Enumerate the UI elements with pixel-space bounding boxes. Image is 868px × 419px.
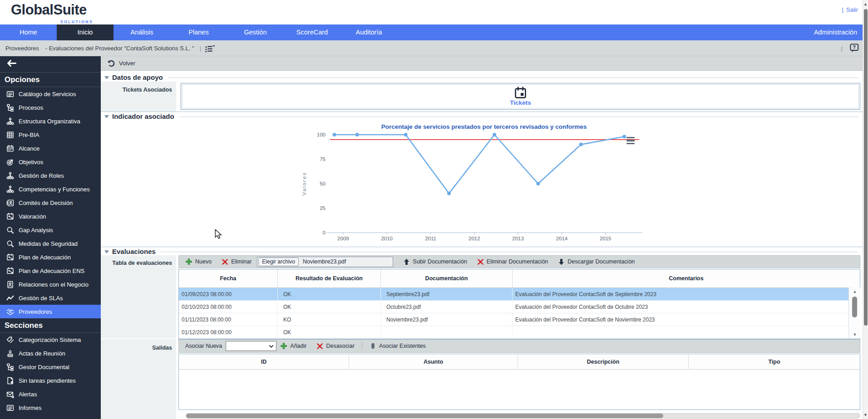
- descargar-documentacion-button[interactable]: Descargar Documentación: [558, 258, 635, 265]
- section-header-datos: Datos de apoyo: [101, 73, 863, 82]
- logout-link[interactable]: Salir: [846, 6, 858, 13]
- sidebar-item[interactable]: Estructura Organizativa: [0, 114, 101, 128]
- nav-tab[interactable]: Home: [0, 24, 57, 40]
- salidas-panel: Asociar Nueva Añadir Desasociar As: [178, 339, 860, 410]
- table-scrollbar[interactable]: ▲ ▼: [848, 287, 860, 338]
- sidebar-group-title-opciones: Opciones: [0, 73, 101, 87]
- nuevo-button[interactable]: Nuevo: [185, 258, 212, 265]
- sidebar-item[interactable]: Comités de Decisión: [0, 196, 101, 210]
- collapse-icon[interactable]: [104, 250, 109, 253]
- volver-button[interactable]: Volver: [119, 60, 135, 67]
- scrollbar-thumb[interactable]: [864, 9, 868, 326]
- sidebar-item[interactable]: Valoración: [0, 210, 101, 223]
- file-input[interactable]: Elegir archivo Noviembre23.pdf: [257, 257, 393, 267]
- doc-plus-icon: [6, 376, 14, 385]
- sidebar-item[interactable]: Plan de Adecuación ENS: [0, 264, 101, 278]
- scrollbar-thumb[interactable]: [186, 414, 663, 418]
- handshake-icon: [6, 307, 14, 316]
- nav-tab[interactable]: Inicio: [57, 24, 113, 40]
- table-row[interactable]: 02/10/2023 08:00:00 OK Octubre23.pdf Eva…: [179, 301, 860, 313]
- tickets-button-label[interactable]: Tickets: [510, 99, 531, 106]
- sidebar-item[interactable]: Gestión de SLAs: [0, 291, 101, 305]
- tickets-calendar-icon[interactable]: [514, 87, 527, 99]
- sidebar-item[interactable]: Categorización Sistema: [0, 333, 101, 346]
- asociar-nueva-select[interactable]: [226, 341, 276, 351]
- collapse-icon[interactable]: [104, 76, 109, 79]
- tickets-field[interactable]: Tickets: [181, 83, 860, 110]
- section-header-evaluaciones: Evaluaciones: [101, 247, 863, 256]
- hierarchy-icon: [6, 185, 14, 193]
- sidebar-item[interactable]: Informes: [0, 401, 101, 414]
- column-header[interactable]: Asunto: [349, 354, 518, 369]
- sidebar-item[interactable]: Alertas: [0, 387, 101, 401]
- sidebar-item[interactable]: Catálogo de Servicios: [0, 87, 101, 101]
- cell-documentacion: [381, 326, 513, 338]
- breadcrumb-detail: - Evaluaciones del Proveedor "ContaSoft …: [45, 45, 194, 52]
- sidebar-item[interactable]: Relaciones con el Negocio: [0, 278, 101, 291]
- eliminar-button[interactable]: Eliminar: [222, 258, 252, 265]
- sidebar-item[interactable]: Gap Analysis: [0, 223, 101, 237]
- cell-comentarios: Evaluación del Proveedor ContacSoft de S…: [513, 288, 860, 300]
- desasociar-button[interactable]: Desasociar: [316, 343, 355, 350]
- subir-documentacion-button[interactable]: Subir Documentación: [403, 258, 467, 265]
- red-x-icon: [222, 258, 228, 265]
- cell-documentacion: Noviembre23.pdf: [381, 313, 513, 326]
- evaluations-toolbar: Nuevo Eliminar Elegir archivo Noviembre2…: [178, 255, 860, 268]
- column-header[interactable]: Resultado de Evaluación: [278, 269, 381, 287]
- column-header[interactable]: Descripción: [518, 354, 689, 369]
- horizontal-scrollbar[interactable]: [186, 413, 860, 419]
- eliminar-documentacion-button[interactable]: Eliminar Documentación: [477, 258, 548, 265]
- scroll-up-icon[interactable]: ▲: [863, 2, 868, 6]
- column-header[interactable]: Tipo: [689, 354, 860, 369]
- table-row[interactable]: 01/12/2023 08:00:00 OK: [179, 326, 860, 339]
- cell-comentarios: [513, 326, 860, 338]
- scroll-down-icon[interactable]: ▼: [863, 413, 868, 417]
- scroll-up-icon[interactable]: ▲: [849, 289, 861, 294]
- sidebar-item[interactable]: Gestor Documental: [0, 360, 101, 374]
- sidebar-item[interactable]: Competencias y Funciones: [0, 182, 101, 196]
- tickets-row: Tickets Asociados Tickets: [101, 82, 863, 112]
- undo-icon: [108, 59, 115, 67]
- collapse-icon[interactable]: [104, 115, 109, 118]
- help-icon[interactable]: ?: [850, 44, 859, 53]
- sidebar-collapse-button[interactable]: [0, 56, 101, 73]
- table-row[interactable]: 01/09/2023 08:00:00 OK Septiembre23.pdf …: [179, 288, 860, 301]
- asociar-nueva-label: Asociar Nueva: [185, 343, 222, 349]
- column-header[interactable]: Documentación: [381, 269, 513, 287]
- calendar-select-icon: [6, 212, 14, 220]
- sidebar-item[interactable]: Procesos: [0, 101, 101, 114]
- sidebar-item[interactable]: Objetivos: [0, 155, 101, 169]
- nav-tab[interactable]: Auditoría: [340, 24, 397, 40]
- svg-text:2009: 2009: [337, 236, 349, 241]
- nav-tab-administracion[interactable]: Administración: [803, 24, 868, 40]
- column-header[interactable]: Comentarios: [513, 269, 860, 287]
- column-header[interactable]: Fecha: [179, 269, 278, 287]
- sidebar-item[interactable]: Medidas de Seguridad: [0, 237, 101, 250]
- asociar-existentes-button[interactable]: Asociar Existentes: [370, 342, 426, 350]
- sidebar-item[interactable]: Proveedores: [0, 305, 101, 318]
- nav-tab[interactable]: Análisis: [113, 24, 170, 40]
- sidebar-item[interactable]: Gestión de Roles: [0, 169, 101, 182]
- svg-text:2013: 2013: [512, 236, 524, 241]
- plus-icon: [185, 258, 192, 265]
- nav-tab[interactable]: Gestión: [227, 24, 284, 40]
- table-row[interactable]: 01/11/2023 08:00:00 KO Noviembre23.pdf E…: [179, 313, 860, 326]
- sidebar-item[interactable]: Actas de Reunión: [0, 346, 101, 360]
- scrollbar-thumb[interactable]: [852, 297, 857, 317]
- anadir-button[interactable]: Añadir: [280, 342, 306, 350]
- sidebar-item[interactable]: Sin tareas pendientes: [0, 374, 101, 387]
- sidebar-item[interactable]: Plan de Adecuación: [0, 250, 101, 264]
- evaluations-table-label: Tabla de evaluaciones: [101, 255, 176, 338]
- evaluations-table-header: Fecha Resultado de Evaluación Documentac…: [179, 269, 860, 288]
- sidebar-item[interactable]: Alcance: [0, 141, 101, 155]
- scroll-down-icon[interactable]: ▼: [849, 332, 861, 337]
- nav-tab[interactable]: Planes: [170, 24, 227, 40]
- sidebar-item[interactable]: Pre-BIA: [0, 128, 101, 141]
- chart-menu-icon[interactable]: [626, 137, 635, 144]
- nav-tab[interactable]: ScoreCard: [284, 24, 340, 40]
- list-icon[interactable]: [205, 44, 215, 52]
- page-scrollbar[interactable]: ▲ ▼: [863, 0, 868, 419]
- catalog-folder-icon: [6, 90, 14, 98]
- file-choose-button[interactable]: Elegir archivo: [258, 258, 299, 266]
- column-header[interactable]: ID: [179, 354, 349, 369]
